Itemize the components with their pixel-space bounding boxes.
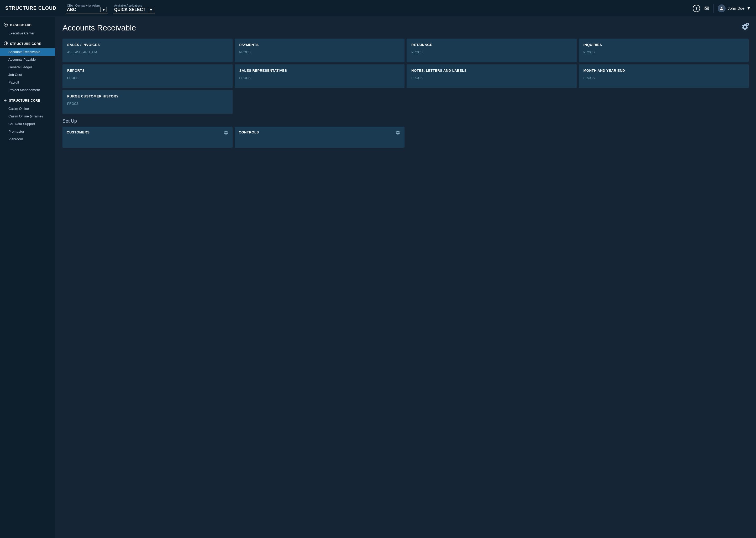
tile-purge-customer-history-sub: PROCS xyxy=(67,102,228,106)
app-logo: STRUCTURE CLOUD xyxy=(5,6,57,11)
mail-icon: ✉ xyxy=(704,5,709,12)
mail-button[interactable]: ✉ xyxy=(704,5,709,12)
svg-point-2 xyxy=(5,24,6,25)
tile-notes-letters-labels-sub: PROCS xyxy=(411,76,572,80)
tile-month-year-end-sub: PROCS xyxy=(584,76,744,80)
tile-payments[interactable]: PAYMENTS PROCS xyxy=(235,39,405,62)
main-content: Accounts Receivable SALES / INVOICES ASE… xyxy=(55,17,756,538)
tile-inquiries[interactable]: INQUIRIES PROCS xyxy=(579,39,749,62)
tiles-grid: SALES / INVOICES ASE, ASU, ARU, AIM PAYM… xyxy=(63,39,749,88)
empty-row3 xyxy=(235,90,749,114)
tile-month-year-end[interactable]: MONTH AND YEAR END PROCS xyxy=(579,64,749,88)
setup-tile-customers-title: CUSTOMERS xyxy=(67,130,89,134)
apps-label: Available Applications xyxy=(114,4,154,7)
svg-point-0 xyxy=(721,7,722,8)
controls-gear-icon xyxy=(396,130,400,136)
sidebar-item-job-cost[interactable]: Job Cost xyxy=(0,71,55,79)
user-menu[interactable]: John Doe ▼ xyxy=(718,4,751,12)
sidebar-item-accounts-payable[interactable]: Accounts Payable xyxy=(0,56,55,63)
setup-grid: CUSTOMERS CONTROLS xyxy=(63,127,749,148)
apps-dropdown[interactable]: Available Applications QUICK SELECT ▼ xyxy=(113,3,155,13)
tile-sales-invoices-title: SALES / INVOICES xyxy=(67,43,228,47)
sidebar-item-cf-data-support[interactable]: C/F Data Support xyxy=(0,120,55,128)
sidebar-item-promaster[interactable]: Promaster xyxy=(0,128,55,135)
company-dropdown[interactable]: CBA - Company by Adam ABC ▼ xyxy=(66,3,108,13)
tile-notes-letters-labels-title: NOTES, LETTERS AND LABELS xyxy=(411,69,572,73)
tile-inquiries-sub: PROCS xyxy=(584,50,744,54)
topnav-right: ? ✉ John Doe ▼ xyxy=(693,4,751,13)
tile-reports-sub: PROCS xyxy=(67,76,228,80)
tile-sales-invoices[interactable]: SALES / INVOICES ASE, ASU, ARU, AIM xyxy=(63,39,233,62)
tile-payments-title: PAYMENTS xyxy=(239,43,400,47)
help-button[interactable]: ? xyxy=(693,5,700,12)
sidebar-header-structure-core-1[interactable]: STRUCTURE CORE xyxy=(0,40,55,48)
sidebar-item-payroll[interactable]: Payroll xyxy=(0,79,55,86)
sidebar-label-dashboard: DASHBOARD xyxy=(10,24,32,27)
apps-value[interactable]: QUICK SELECT ▼ xyxy=(114,7,154,12)
setup-tile-controls-title: CONTROLS xyxy=(239,130,259,134)
sidebar-item-casim-online[interactable]: Casim Online xyxy=(0,105,55,112)
sidebar-item-planroom[interactable]: Planroom xyxy=(0,135,55,143)
setup-tile-controls[interactable]: CONTROLS xyxy=(235,127,405,148)
main-header: Accounts Receivable xyxy=(63,23,749,32)
structure-core-1-icon xyxy=(4,41,8,46)
user-chevron-icon: ▼ xyxy=(746,6,751,11)
nav-divider xyxy=(713,4,714,13)
setup-tile-customers-header: CUSTOMERS xyxy=(67,130,228,136)
setup-tile-controls-header: CONTROLS xyxy=(239,130,401,136)
sidebar-item-project-management[interactable]: Project Management xyxy=(0,86,55,94)
tile-sales-representatives[interactable]: SALES REPRESENTATIVES PROCS xyxy=(235,64,405,88)
page-settings-icon[interactable] xyxy=(741,23,749,32)
avatar xyxy=(718,4,726,12)
company-dropdown-icon: ▼ xyxy=(101,7,107,12)
tiles-grid-row3: PURGE CUSTOMER HISTORY PROCS xyxy=(63,90,749,114)
customers-gear-icon xyxy=(224,130,228,136)
sidebar-label-structure-core-2: STRUCTURE CORE xyxy=(9,99,40,102)
tile-inquiries-title: INQUIRIES xyxy=(584,43,744,47)
sidebar-section-dashboard: DASHBOARD Executive Center xyxy=(0,20,55,38)
structure-core-2-icon: + xyxy=(4,98,7,103)
tile-retainage[interactable]: RETAINAGE PROCS xyxy=(406,39,577,62)
tile-retainage-sub: PROCS xyxy=(411,50,572,54)
tile-reports-title: REPORTS xyxy=(67,69,228,73)
sidebar-section-structure-core-1: STRUCTURE CORE Accounts Receivable Accou… xyxy=(0,38,55,95)
tile-sales-representatives-title: SALES REPRESENTATIVES xyxy=(239,69,400,73)
tile-notes-letters-labels[interactable]: NOTES, LETTERS AND LABELS PROCS xyxy=(406,64,577,88)
tile-payments-sub: PROCS xyxy=(239,50,400,54)
sidebar-label-structure-core-1: STRUCTURE CORE xyxy=(10,42,41,46)
layout: DASHBOARD Executive Center STRUCTURE COR… xyxy=(0,17,756,538)
topnav: STRUCTURE CLOUD CBA - Company by Adam AB… xyxy=(0,0,756,17)
tile-reports[interactable]: REPORTS PROCS xyxy=(63,64,233,88)
tile-sales-representatives-sub: PROCS xyxy=(239,76,400,80)
setup-label: Set Up xyxy=(63,119,749,124)
tile-sales-invoices-sub: ASE, ASU, ARU, AIM xyxy=(67,50,228,54)
sidebar-item-casim-online-iframe[interactable]: Casim Online (iFrame) xyxy=(0,112,55,120)
sidebar-item-executive-center[interactable]: Executive Center xyxy=(0,29,55,37)
setup-empty xyxy=(406,127,749,148)
company-value[interactable]: ABC ▼ xyxy=(67,7,107,12)
sidebar-header-structure-core-2[interactable]: + STRUCTURE CORE xyxy=(0,96,55,105)
company-label: CBA - Company by Adam xyxy=(67,4,107,7)
tile-month-year-end-title: MONTH AND YEAR END xyxy=(584,69,744,73)
sidebar-item-accounts-receivable[interactable]: Accounts Receivable xyxy=(0,48,55,56)
help-icon: ? xyxy=(693,5,700,12)
tile-purge-customer-history[interactable]: PURGE CUSTOMER HISTORY PROCS xyxy=(63,90,233,114)
sidebar: DASHBOARD Executive Center STRUCTURE COR… xyxy=(0,17,55,538)
sidebar-item-general-ledger[interactable]: General Ledger xyxy=(0,63,55,71)
apps-dropdown-icon: ▼ xyxy=(148,7,154,12)
tile-retainage-title: RETAINAGE xyxy=(411,43,572,47)
user-name: John Doe xyxy=(728,6,744,11)
sidebar-section-structure-core-2: + STRUCTURE CORE Casim Online Casim Onli… xyxy=(0,95,55,144)
dashboard-icon xyxy=(4,23,8,28)
setup-tile-customers[interactable]: CUSTOMERS xyxy=(63,127,233,148)
page-title: Accounts Receivable xyxy=(63,24,136,32)
tile-purge-customer-history-title: PURGE CUSTOMER HISTORY xyxy=(67,94,228,99)
sidebar-header-dashboard[interactable]: DASHBOARD xyxy=(0,21,55,29)
